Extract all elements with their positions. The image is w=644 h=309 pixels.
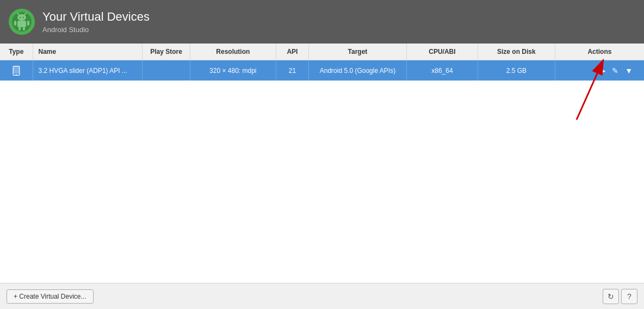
svg-point-5 bbox=[20, 17, 21, 18]
device-type-cell bbox=[0, 60, 33, 81]
help-button[interactable]: ? bbox=[621, 289, 637, 304]
svg-rect-9 bbox=[27, 21, 29, 26]
table-row[interactable]: 3.2 HVGA slider (ADP1) API ... 320 × 480… bbox=[0, 60, 644, 81]
footer-left: + Create Virtual Device... bbox=[7, 289, 94, 304]
device-target-cell: Android 5.0 (Google APIs) bbox=[308, 60, 406, 81]
col-header-cpuabi: CPU/ABI bbox=[406, 44, 478, 60]
device-table: Type Name Play Store Resolution API Targ… bbox=[0, 44, 644, 81]
more-actions-button[interactable]: ▼ bbox=[623, 65, 634, 76]
col-header-target: Target bbox=[308, 44, 406, 60]
main-content: Type Name Play Store Resolution API Targ… bbox=[0, 44, 644, 283]
col-header-type: Type bbox=[0, 44, 33, 60]
help-icon: ? bbox=[627, 292, 631, 301]
refresh-icon: ↻ bbox=[608, 292, 614, 301]
device-name-cell: 3.2 HVGA slider (ADP1) API ... bbox=[33, 60, 143, 81]
device-table-container[interactable]: Type Name Play Store Resolution API Targ… bbox=[0, 44, 644, 283]
svg-rect-8 bbox=[14, 21, 16, 26]
svg-rect-11 bbox=[23, 27, 25, 30]
col-header-actions: Actions bbox=[555, 44, 644, 60]
chevron-down-icon: ▼ bbox=[625, 66, 633, 75]
header-text-block: Your Virtual Devices Android Studio bbox=[42, 10, 150, 33]
svg-rect-13 bbox=[13, 66, 20, 73]
device-playstore-cell bbox=[143, 60, 190, 81]
footer: + Create Virtual Device... ↻ ? bbox=[0, 283, 644, 309]
device-resolution-cell: 320 × 480: mdpi bbox=[190, 60, 276, 81]
android-studio-logo bbox=[9, 9, 35, 35]
header-title: Your Virtual Devices bbox=[42, 10, 150, 24]
col-header-name: Name bbox=[33, 44, 143, 60]
svg-rect-10 bbox=[18, 27, 21, 30]
device-size-cell: 2.5 GB bbox=[478, 60, 555, 81]
device-api-cell: 21 bbox=[276, 60, 308, 81]
device-type-icon-wrapper bbox=[5, 65, 27, 76]
device-cpuabi-cell: x86_64 bbox=[406, 60, 478, 81]
edit-device-button[interactable]: ✎ bbox=[610, 65, 620, 76]
play-icon: ▶ bbox=[599, 65, 605, 76]
header-subtitle: Android Studio bbox=[42, 26, 150, 34]
actions-buttons-group: ▶ ✎ ▼ bbox=[561, 64, 639, 77]
header: Your Virtual Devices Android Studio bbox=[0, 0, 644, 44]
run-device-button[interactable]: ▶ bbox=[597, 64, 607, 77]
table-header-row: Type Name Play Store Resolution API Targ… bbox=[0, 44, 644, 60]
phone-icon bbox=[11, 65, 22, 76]
svg-point-6 bbox=[23, 17, 24, 18]
svg-point-14 bbox=[16, 73, 17, 75]
footer-right: ↻ ? bbox=[603, 289, 637, 304]
create-virtual-device-button[interactable]: + Create Virtual Device... bbox=[7, 289, 94, 304]
col-header-api: API bbox=[276, 44, 308, 60]
svg-rect-7 bbox=[17, 21, 26, 27]
pencil-icon: ✎ bbox=[612, 66, 618, 75]
col-header-playstore: Play Store bbox=[143, 44, 190, 60]
device-actions-cell: ▶ ✎ ▼ bbox=[555, 60, 644, 81]
refresh-button[interactable]: ↻ bbox=[603, 289, 619, 304]
col-header-resolution: Resolution bbox=[190, 44, 276, 60]
col-header-size: Size on Disk bbox=[478, 44, 555, 60]
